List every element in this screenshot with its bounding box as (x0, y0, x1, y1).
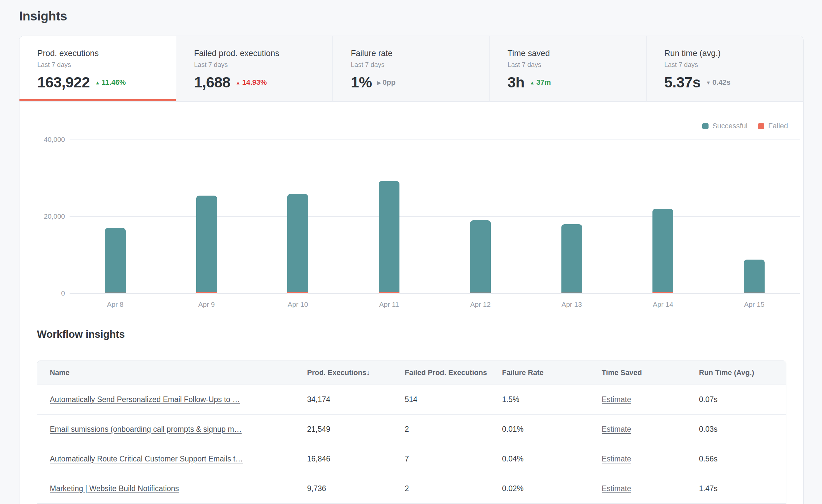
y-axis-tick-label: 40,000 (22, 135, 65, 143)
cell-run-time: 0.07s (687, 395, 786, 404)
legend-label: Successful (713, 122, 748, 130)
run-time-value: 0.07s (699, 395, 718, 404)
metric-value: 5.37s (664, 74, 701, 91)
metric-tab-prod-executions[interactable]: Prod. executionsLast 7 days163,922▲11.46… (19, 36, 176, 101)
workflow-name-link[interactable]: Automatically Route Critical Customer Su… (50, 455, 243, 463)
bar-segment-failed (196, 292, 217, 293)
cell-time-saved: Estimate (589, 484, 687, 493)
bar-segment-failed (470, 293, 491, 293)
x-axis-tick-label: Apr 9 (161, 301, 252, 309)
estimate-link[interactable]: Estimate (602, 425, 631, 433)
bar-apr-14[interactable] (653, 209, 673, 293)
column-header-label: Time Saved (602, 369, 642, 377)
bar-slot-apr-8 (70, 139, 161, 293)
bar-segment-successful (744, 260, 765, 293)
cell-time-saved: Estimate (589, 455, 687, 463)
bar-slot-apr-15 (709, 139, 800, 293)
failed-prod-executions-value: 514 (405, 395, 417, 404)
column-header-time-saved[interactable]: Time Saved (589, 369, 687, 377)
metric-period: Last 7 days (351, 61, 489, 69)
workflow-name-link[interactable]: Automatically Send Personalized Email Fo… (50, 395, 240, 404)
cell-failure-rate: 0.01% (489, 425, 589, 434)
cell-time-saved: Estimate (589, 395, 687, 404)
cell-run-time: 0.56s (687, 455, 786, 463)
column-header-label: Failed Prod. Executions (405, 369, 487, 377)
section-title: Workflow insights (37, 329, 125, 341)
prod-executions-value: 34,174 (307, 395, 330, 404)
legend-label: Failed (768, 122, 788, 130)
cell-failed-prod-executions: 514 (392, 395, 489, 404)
legend-item-failed[interactable]: Failed (758, 122, 788, 130)
metric-tab-time-saved[interactable]: Time savedLast 7 days3h▲37m (490, 36, 647, 101)
x-axis-tick-label: Apr 8 (70, 301, 161, 309)
bar-apr-13[interactable] (561, 224, 582, 293)
column-header-failed-prod-executions[interactable]: Failed Prod. Executions (392, 369, 489, 377)
failure-rate-value: 0.02% (502, 484, 523, 493)
run-time-value: 1.47s (699, 484, 718, 493)
bar-segment-successful (470, 220, 491, 293)
column-header-run-time-avg[interactable]: Run Time (Avg.) (687, 369, 786, 377)
legend-swatch-successful (702, 123, 709, 129)
x-axis-tick-label: Apr 11 (343, 301, 435, 309)
failure-rate-value: 0.01% (502, 425, 523, 433)
workflow-name-link[interactable]: Email sumissions (onboarding call prompt… (50, 425, 242, 433)
cell-name: Automatically Send Personalized Email Fo… (37, 395, 295, 404)
metric-delta: ▶0pp (377, 78, 396, 87)
triangle-up-icon: ▲ (530, 80, 535, 85)
bar-apr-15[interactable] (744, 260, 765, 293)
failure-rate-value: 1.5% (502, 395, 519, 404)
column-header-label: Failure Rate (502, 369, 543, 377)
metric-tab-failed-prod-executions[interactable]: Failed prod. executionsLast 7 days1,688▲… (176, 36, 333, 101)
column-header-prod-executions[interactable]: Prod. Executions↓ (295, 369, 392, 377)
cell-failure-rate: 0.02% (489, 484, 589, 493)
cell-failed-prod-executions: 2 (392, 484, 489, 493)
sort-descending-icon: ↓ (367, 369, 370, 377)
bar-segment-failed (105, 293, 126, 293)
metric-tab-run-time-avg[interactable]: Run time (avg.)Last 7 days5.37s▼0.42s (647, 36, 803, 101)
table-row: Automatically Send Personalized Email Fo… (37, 385, 786, 415)
run-time-value: 0.56s (699, 455, 718, 463)
cell-name: Automatically Route Critical Customer Su… (37, 455, 295, 463)
bar-apr-12[interactable] (470, 220, 491, 293)
cell-failure-rate: 0.04% (489, 455, 589, 463)
triangle-down-icon: ▼ (706, 80, 711, 85)
bar-segment-failed (379, 292, 399, 293)
bar-segment-successful (379, 181, 399, 292)
cell-time-saved: Estimate (589, 425, 687, 434)
metric-tab-failure-rate[interactable]: Failure rateLast 7 days1%▶0pp (333, 36, 489, 101)
metric-delta-value: 0pp (383, 78, 396, 87)
cell-run-time: 1.47s (687, 484, 786, 493)
bar-slot-apr-13 (526, 139, 618, 293)
metric-delta-value: 37m (536, 78, 551, 87)
column-header-failure-rate[interactable]: Failure Rate (489, 369, 589, 377)
bar-apr-9[interactable] (196, 195, 217, 293)
bar-apr-10[interactable] (287, 194, 308, 293)
bar-apr-8[interactable] (105, 228, 126, 293)
metric-tabs: Prod. executionsLast 7 days163,922▲11.46… (19, 36, 803, 102)
table-row: Marketing | Website Build Notifications9… (37, 474, 786, 504)
metric-delta-value: 11.46% (102, 78, 126, 87)
estimate-link[interactable]: Estimate (602, 395, 631, 404)
estimate-link[interactable]: Estimate (602, 455, 631, 463)
bar-segment-failed (653, 292, 673, 293)
column-header-label: Prod. Executions (307, 369, 367, 377)
metric-period: Last 7 days (37, 61, 176, 69)
chart-legend: SuccessfulFailed (702, 122, 788, 130)
workflow-name-link[interactable]: Marketing | Website Build Notifications (50, 484, 179, 493)
cell-prod-executions: 9,736 (295, 484, 392, 493)
x-axis-tick-label: Apr 10 (252, 301, 344, 309)
triangle-flat-icon: ▶ (377, 80, 381, 85)
cell-prod-executions: 21,549 (295, 425, 392, 434)
column-header-name[interactable]: Name (37, 369, 295, 377)
metric-label: Failed prod. executions (194, 48, 333, 58)
cell-prod-executions: 16,846 (295, 455, 392, 463)
legend-item-successful[interactable]: Successful (702, 122, 748, 130)
legend-swatch-failed (758, 123, 764, 129)
column-header-label: Name (50, 369, 70, 377)
metric-value: 3h (508, 74, 525, 91)
x-axis-tick-label: Apr 14 (618, 301, 709, 309)
metric-period: Last 7 days (194, 61, 333, 69)
bar-apr-11[interactable] (379, 181, 399, 293)
estimate-link[interactable]: Estimate (602, 484, 631, 493)
cell-failed-prod-executions: 2 (392, 425, 489, 434)
